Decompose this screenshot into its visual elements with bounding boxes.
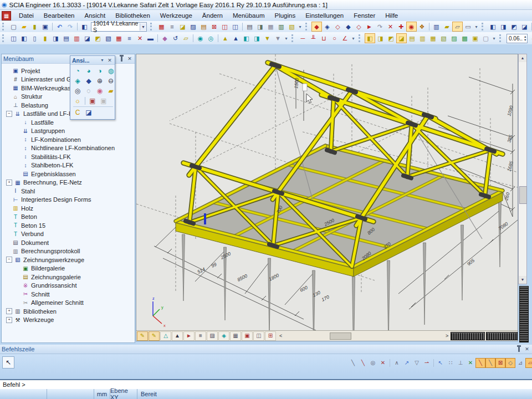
coordinates-info-button[interactable]: C [72, 108, 83, 118]
print-preview-button[interactable]: ◨ [255, 22, 265, 32]
dimension-line-button[interactable]: ─ [298, 33, 308, 43]
menu-ändern[interactable]: Ändern [197, 11, 228, 20]
close-icon[interactable]: ✕ [126, 56, 133, 62]
tree-item-integriertes-design-forms[interactable]: ⊢Integriertes Design Forms [3, 196, 135, 204]
snap-midpoint-button[interactable]: ╲ [358, 358, 368, 368]
close-icon[interactable]: ✕ [524, 346, 530, 352]
beam-view-2-button[interactable]: ◨ [375, 33, 386, 43]
menu-datei[interactable]: Datei [14, 11, 39, 20]
cursor-mode-button[interactable]: ↖ [2, 356, 14, 369]
disconnect-nodes-button[interactable]: ◎ [206, 33, 216, 43]
tree-item-verbund[interactable]: TVerbund [3, 230, 135, 239]
tree-item-dokument[interactable]: ▤Dokument [3, 238, 135, 247]
insert-opening-button[interactable]: ▤ [61, 33, 71, 43]
clipping-off-button[interactable]: ▭ [463, 22, 473, 32]
photo-render-button[interactable]: ▣ [87, 96, 98, 106]
spinner-arrows-icon[interactable]: ▲▼ [524, 35, 526, 42]
tree-item-beton[interactable]: TBeton [3, 213, 135, 222]
ansicht-palette-header[interactable]: Ansi... ▼ ✕ [70, 56, 115, 65]
snap-endpoint-button[interactable]: ╲ [348, 358, 358, 368]
tree-item-beton-15[interactable]: TBeton 15 [3, 221, 135, 230]
snap-polygon-button[interactable]: ▽ [412, 358, 422, 368]
zoom-in-button[interactable]: ⊕ [94, 76, 105, 86]
window-cascade-button[interactable]: ◧ [488, 22, 498, 32]
show-labels-button[interactable]: ► [183, 331, 195, 341]
recalculate-button[interactable]: ↺ [170, 33, 181, 43]
clipping-edit-button[interactable]: ▰ [442, 22, 452, 32]
horizontal-scrollbar-thumb[interactable] [330, 332, 351, 340]
project-data-button[interactable]: ▦ [156, 22, 167, 32]
uncouple-button[interactable]: ▼ [273, 33, 283, 43]
tree-item-holz[interactable]: ▥Holz [3, 204, 135, 213]
insert-column-button[interactable]: ◧ [19, 33, 29, 43]
menu-menübaum[interactable]: Menübaum [228, 11, 270, 20]
cancel-selection-button[interactable]: ✕ [385, 22, 396, 32]
zoom-window-button[interactable]: ◎ [72, 86, 83, 96]
scroll-right-icon[interactable]: > [446, 333, 448, 339]
zoom-all-button[interactable]: ◌ [83, 86, 94, 96]
tree-item-stabilitäts-lfk[interactable]: ↕Stabilitäts-LFK [3, 152, 135, 161]
tree-item-bildergalerie[interactable]: ▣Bildergalerie [3, 264, 135, 273]
view-rotate-button[interactable]: ◈ [72, 76, 83, 86]
collapse-icon[interactable]: − [6, 257, 12, 263]
collapse-icon[interactable]: − [6, 111, 12, 117]
snap-vertex-button[interactable]: ∧ [392, 358, 402, 368]
snap-mode-5-button[interactable]: ⊿ [515, 358, 525, 368]
dimension-angle-button[interactable]: ∠ [340, 33, 350, 43]
tree-item-stahlbeton-lfk[interactable]: ↕Stahlbeton-LFK [3, 161, 135, 170]
picture-gallery-button[interactable]: ◫ [219, 22, 230, 32]
visibility-folder-button[interactable]: ▰ [105, 86, 116, 96]
beam-view-4-button[interactable]: ◪ [396, 33, 407, 43]
view-top-button[interactable]: ◔ [72, 66, 83, 76]
scroll-up-icon[interactable]: ▲ [519, 54, 526, 62]
snap-dot-grid-button[interactable]: ∷ [446, 358, 456, 368]
menu-fenster[interactable]: Fenster [349, 11, 380, 20]
snap-mode-1-button[interactable]: ╲ [475, 358, 485, 368]
render-surface-button[interactable]: ✎ [149, 331, 160, 341]
attributes-button[interactable]: ▨ [188, 22, 198, 32]
toolbar-overflow-icon[interactable]: ▾ [491, 36, 497, 41]
view-axonometric-button[interactable]: ◍ [105, 66, 116, 76]
new-project-button[interactable]: ▢ [8, 22, 19, 32]
expand-icon[interactable]: + [6, 180, 12, 186]
view-3d-window-button[interactable]: ◪ [83, 108, 94, 118]
toolbar-overflow-icon[interactable]: ▾ [350, 36, 356, 41]
cross-link-button[interactable]: ▼ [262, 33, 273, 43]
beam-view-7-button[interactable]: ▦ [428, 33, 438, 43]
window-vertical-button[interactable]: ◪ [519, 22, 530, 32]
tree-item-schnitt[interactable]: ✂Schnitt [3, 290, 135, 299]
insert-beam-button[interactable]: ▯ [29, 33, 40, 43]
tree-item-bibliotheken[interactable]: +▥Bibliotheken [3, 307, 135, 316]
photo-render-off-button[interactable]: ▣ [98, 96, 109, 106]
scroll-left-icon[interactable]: < [279, 333, 282, 339]
beam-view-12-button[interactable]: ▢ [480, 33, 491, 43]
chevron-down-icon[interactable]: ▼ [100, 58, 104, 62]
scale-factor-input[interactable]: 0.06..▲▼ [507, 34, 528, 43]
snap-intersection-button[interactable]: ✕ [378, 358, 388, 368]
expand-icon[interactable]: + [6, 308, 12, 314]
toolbar-overflow-icon[interactable]: ▾ [473, 24, 479, 29]
dimension-chain-button[interactable]: ⊔ [319, 33, 329, 43]
beam-view-6-button[interactable]: ▥ [417, 33, 428, 43]
add-selection-button[interactable]: ✚ [396, 22, 406, 32]
cursor-snap-settings-button[interactable]: ↖ [436, 358, 446, 368]
scroll-down-icon[interactable]: ▼ [519, 276, 526, 284]
show-mesh-button[interactable]: ▦ [230, 331, 241, 341]
menu-bearbeiten[interactable]: Bearbeiten [39, 11, 80, 20]
tree-item-berechnungsprotokoll[interactable]: ▥Berechnungsprotokoll [3, 247, 135, 256]
beam-view-11-button[interactable]: ▣ [470, 33, 480, 43]
paperspace-gallery-button[interactable]: ◫ [230, 22, 241, 32]
menu-ansicht[interactable]: Ansicht [79, 11, 110, 20]
member-connect-button[interactable]: ◧ [241, 33, 252, 43]
snap-ortho-button[interactable]: ✕ [466, 358, 475, 368]
insert-plate-button[interactable]: ▮ [40, 33, 50, 43]
select-by-property-button[interactable]: ◆ [343, 22, 354, 32]
rotation-wheel-horizontal-2[interactable] [486, 332, 518, 340]
snap-line-grid-button[interactable]: ⊥ [456, 358, 466, 368]
toolbar-overflow-icon[interactable]: ▾ [283, 36, 289, 41]
snap-tangent-button[interactable]: ⇀ [422, 358, 432, 368]
show-model-data-button[interactable]: ≡ [195, 331, 206, 341]
close-icon[interactable]: ✕ [106, 58, 113, 63]
beam-view-3-button[interactable]: ◩ [386, 33, 396, 43]
beam-view-9-button[interactable]: ▨ [449, 33, 459, 43]
